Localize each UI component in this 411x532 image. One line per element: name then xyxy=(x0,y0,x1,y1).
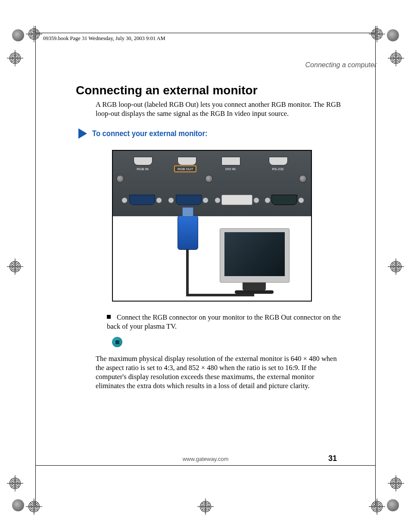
registration-mark xyxy=(28,28,40,40)
panel-screw xyxy=(205,175,213,183)
monitor-stand xyxy=(243,283,266,290)
connection-diagram: RGB IN RGB OUT DVI IN RS-232 xyxy=(112,150,312,302)
note-paragraph: The maximum physical display resolution … xyxy=(96,354,342,390)
tv-back-panel: RGB IN RGB OUT DVI IN RS-232 xyxy=(113,151,311,216)
registration-mark xyxy=(9,478,21,489)
page-number: 31 xyxy=(328,454,337,463)
stop-square-icon xyxy=(115,340,119,344)
thumbscrew xyxy=(168,197,174,203)
thumbscrew xyxy=(202,197,209,203)
port-icon xyxy=(177,157,196,165)
procedure-heading-row: To connect your external monitor: xyxy=(78,128,218,139)
thumbscrew xyxy=(121,197,128,203)
port-icon xyxy=(134,157,153,165)
crop-line-top xyxy=(35,33,376,33)
thumbscrew xyxy=(156,197,162,203)
monitor-screen xyxy=(224,232,285,276)
bullet-square-icon xyxy=(107,315,111,319)
monitor-base xyxy=(235,290,274,294)
thumbscrew xyxy=(298,197,304,203)
intro-paragraph: A RGB loop-out (labeled RGB Out) lets yo… xyxy=(96,100,342,118)
rs232-port xyxy=(271,195,297,205)
corner-blob xyxy=(387,499,399,511)
registration-mark xyxy=(28,501,40,512)
thumbscrew xyxy=(265,197,271,203)
port-icon xyxy=(221,157,240,165)
external-monitor xyxy=(220,228,289,293)
corner-blob xyxy=(387,29,399,41)
footer-url: www.gateway.com xyxy=(0,456,411,462)
vga-connector xyxy=(177,215,198,250)
port-label-rgb-in: RGB IN xyxy=(128,167,158,171)
crop-line-bottom xyxy=(35,465,376,466)
registration-mark xyxy=(371,501,383,512)
running-head: 09359.book Page 31 Wednesday, July 30, 2… xyxy=(43,35,165,42)
step-bullet: Connect the RGB connector on your monito… xyxy=(107,313,343,331)
registration-mark xyxy=(390,53,402,64)
thumbscrew xyxy=(253,197,259,203)
corner-blob xyxy=(12,499,24,511)
registration-mark xyxy=(9,53,21,64)
port-label-rgb-out-highlight: RGB OUT xyxy=(174,165,196,172)
end-of-procedure-icon xyxy=(112,337,122,347)
monitor-bezel xyxy=(220,228,290,283)
play-icon xyxy=(78,128,87,139)
crop-line-left xyxy=(35,26,36,506)
section-header: Connecting a computer xyxy=(305,61,377,69)
panel-screw xyxy=(299,175,307,183)
registration-mark xyxy=(200,501,211,512)
cable-horizontal xyxy=(186,294,254,296)
registration-mark xyxy=(390,478,402,489)
page-title: Connecting an external monitor xyxy=(76,84,258,97)
registration-mark xyxy=(371,28,383,40)
cable-vertical xyxy=(186,249,189,296)
crop-line-right xyxy=(375,26,376,506)
registration-mark xyxy=(9,261,21,272)
port-icon xyxy=(269,157,288,165)
thumbscrew xyxy=(215,197,221,203)
procedure-heading: To connect your external monitor: xyxy=(92,129,207,138)
vga-port xyxy=(176,195,202,205)
corner-blob xyxy=(12,29,24,41)
panel-screw xyxy=(116,175,124,183)
port-label-rs232: RS-232 xyxy=(263,167,293,171)
vga-port xyxy=(129,195,155,205)
dvi-port xyxy=(221,195,252,205)
registration-mark xyxy=(390,261,402,272)
step-text: Connect the RGB connector on your monito… xyxy=(107,313,341,330)
port-label-dvi-in: DVI IN xyxy=(215,167,246,171)
